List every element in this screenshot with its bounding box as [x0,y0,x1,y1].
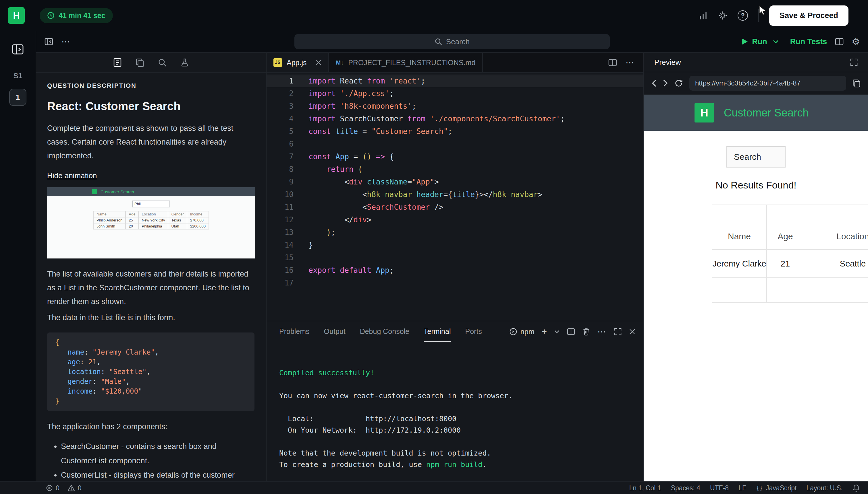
settings-icon[interactable]: ⚙ [852,37,860,46]
kill-terminal-icon[interactable] [582,328,590,336]
files-icon[interactable] [135,58,144,67]
theme-icon[interactable] [718,11,727,20]
terminal-more-icon[interactable]: ⋯ [597,327,607,336]
cursor-position[interactable]: Ln 1, Col 1 [629,484,661,492]
notifications-bell-icon[interactable] [852,484,860,492]
activity-icon[interactable] [699,12,708,19]
tests-flask-icon[interactable] [180,58,189,67]
questions-panel-icon[interactable] [12,43,24,56]
code-line[interactable]: 4import SearchCustomer from './component… [267,112,644,125]
code-line[interactable]: 16export default App; [267,264,644,277]
editor-code[interactable]: 1import React from 'react';2import './Ap… [267,73,644,321]
language-icon: {} [756,484,763,491]
forward-icon[interactable] [663,79,668,87]
code-line[interactable]: 17 [267,277,644,289]
search-question-icon[interactable] [158,58,167,67]
eol-setting[interactable]: LF [739,484,746,492]
terminal-tabs: ProblemsOutputDebug ConsoleTerminalPorts [279,321,482,342]
editor-more-icon[interactable]: ⋯ [626,58,635,67]
keyboard-layout[interactable]: Layout: U.S. [806,484,843,492]
fullscreen-icon[interactable] [850,58,858,66]
status-bar: 0 0 Ln 1, Col 1 Spaces: 4 UTF-8 LF {} Ja… [0,481,868,494]
code-line[interactable]: 12 </div> [267,213,644,226]
close-tab-icon[interactable] [316,60,321,65]
terminal-tab-bar: ProblemsOutputDebug ConsoleTerminalPorts… [267,321,644,342]
npm-terminal-icon [509,328,517,335]
split-terminal-icon[interactable] [567,328,575,335]
code-line[interactable]: 6 [267,138,644,150]
hide-animation-link[interactable]: Hide animation [47,171,97,180]
save-proceed-button[interactable]: Save & Proceed [769,5,848,26]
code-line[interactable]: 15 [267,251,644,264]
search-placeholder: Search [446,37,470,46]
empty-row [712,278,868,302]
mini-app-navbar: Customer Search [47,187,255,196]
code-line[interactable]: 5const title = "Customer Search"; [267,125,644,138]
description-icon[interactable] [113,58,122,67]
question-panel: QUESTION DESCRIPTION React: Customer Sea… [36,53,267,481]
terminal-output: Compiled successfully!You can now view r… [279,367,644,481]
run-tests-button[interactable]: Run Tests [790,37,827,46]
code-line[interactable]: 3import 'h8k-components'; [267,100,644,112]
layout-split-icon[interactable] [835,38,844,45]
question-body-3: The application has 2 components: [47,420,254,434]
maximize-panel-icon[interactable] [614,328,621,335]
table-row: Jeremy Clarke21Seattle [712,250,868,278]
new-terminal-icon[interactable]: + [542,327,547,336]
code-line[interactable]: 8 return ( [267,163,644,175]
tab-preview[interactable]: Preview [654,58,681,67]
terminal-dropdown-icon[interactable] [554,330,560,334]
more-options-icon[interactable]: ⋯ [61,37,71,46]
preview-url-input[interactable]: https://vm-3c3b54c2-3bf7-4a4b-87 [689,76,846,91]
code-line[interactable]: 14} [267,239,644,251]
terminal-tab-ports[interactable]: Ports [465,321,482,342]
terminal-tab-output[interactable]: Output [324,321,345,342]
error-icon [46,484,53,491]
terminal-line [279,471,644,481]
section-label: S1 [14,72,22,80]
close-panel-icon[interactable] [629,328,635,335]
app-search-input[interactable]: Search [726,146,785,168]
code-line[interactable]: 9 <div className="App"> [267,175,644,188]
encoding-setting[interactable]: UTF-8 [710,484,729,492]
terminal-body[interactable]: Compiled successfully!You can now view r… [267,342,644,481]
code-line[interactable]: 11 <SearchCustomer /> [267,201,644,213]
app-body: Search No Results Found! NameAgeLocation… [644,131,868,481]
code-line[interactable]: 2import './App.css'; [267,87,644,100]
tab-appjs[interactable]: JS App.js [267,53,329,72]
errors-indicator[interactable]: 0 [46,484,59,492]
split-editor-icon[interactable] [608,58,617,66]
terminal-line: On Your Network: http://172.19.0.2:8000 [279,424,644,436]
warnings-indicator[interactable]: 0 [68,484,82,492]
warning-icon [68,484,75,491]
terminal-tab-terminal[interactable]: Terminal [424,321,451,342]
language-mode[interactable]: {} JavaScript [756,484,796,492]
component-list: SearchCustomer - contains a search box a… [47,439,254,481]
terminal-tab-problems[interactable]: Problems [279,321,310,342]
run-dropdown-icon[interactable] [773,40,779,44]
global-search-input[interactable]: Search [294,34,610,49]
refresh-icon[interactable] [674,79,683,88]
shell-selector[interactable]: npm [509,328,535,336]
no-results-text: No Results Found! [644,179,868,191]
preview-nav-bar: https://vm-3c3b54c2-3bf7-4a4b-87 [644,72,868,95]
animation-preview-image: Customer Search Phil NameAgeLocationGend… [47,187,255,259]
copy-url-icon[interactable] [852,79,861,88]
terminal-line [279,436,644,448]
tab-project-files-instructions[interactable]: M↓ PROJECT_FILES_INSTRUCTIONS.md [329,53,483,72]
question-1-button[interactable]: 1 [9,89,26,106]
list-item: CustomerList - displays the details of t… [61,468,254,481]
collapse-panel-icon[interactable] [44,37,53,46]
preview-panel: Preview [644,53,868,481]
indentation-setting[interactable]: Spaces: 4 [671,484,700,492]
code-line[interactable]: 13 ); [267,226,644,239]
terminal-tab-debug-console[interactable]: Debug Console [360,321,409,342]
code-line[interactable]: 1import React from 'react'; [267,75,644,87]
code-line[interactable]: 10 <h8k-navbar header={title}></h8k-navb… [267,188,644,201]
help-icon[interactable]: ? [738,10,748,21]
left-rail: S1 1 [0,31,36,481]
run-button[interactable]: Run [742,37,767,46]
hackerrank-logo[interactable]: H [8,7,25,24]
back-icon[interactable] [651,79,656,87]
code-line[interactable]: 7const App = () => { [267,150,644,163]
